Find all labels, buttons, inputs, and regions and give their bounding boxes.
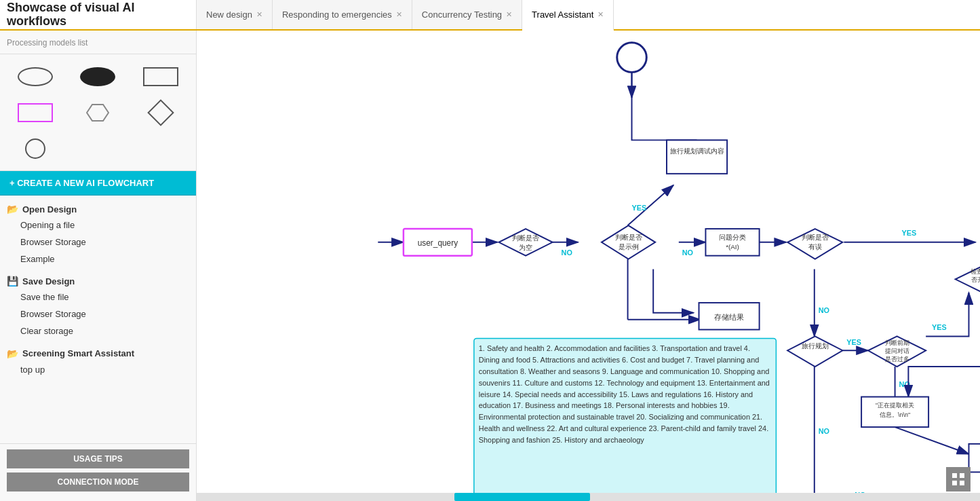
svg-text:旅行规划: 旅行规划 xyxy=(802,342,829,350)
menu-item-browser-storage[interactable]: Browser Storage xyxy=(7,234,189,251)
menu-section-screening: 📂 Screening Smart Assistant top up xyxy=(0,346,196,384)
svg-text:"正在提取相关: "正在提取相关 xyxy=(876,402,914,409)
grid-icon-button[interactable] xyxy=(946,467,971,491)
sidebar-header: Processing models list xyxy=(0,31,196,54)
svg-text:检查信息是: 检查信息是 xyxy=(971,268,980,275)
create-flowchart-button[interactable]: + CREATE A NEW AI FLOWCHART xyxy=(0,171,196,196)
svg-text:信息。\n\n": 信息。\n\n" xyxy=(880,411,910,418)
svg-text:NO: NO xyxy=(682,248,693,257)
usage-tips-label: USAGE TIPS xyxy=(73,454,123,464)
shape-rect[interactable] xyxy=(132,61,189,92)
svg-text:YES: YES xyxy=(632,204,647,212)
sidebar-bottom: USAGE TIPS CONNECTION MODE xyxy=(0,443,196,501)
tab-concurrency[interactable]: Concurrency Testing ✕ xyxy=(412,0,522,29)
menu-item-top-up[interactable]: top up xyxy=(7,362,189,379)
svg-rect-42 xyxy=(667,140,727,174)
svg-rect-73 xyxy=(952,473,957,478)
svg-text:判断是否: 判断是否 xyxy=(615,234,642,241)
svg-text:判断前期: 判断前期 xyxy=(885,339,909,346)
svg-text:YES: YES xyxy=(902,229,917,237)
svg-marker-0 xyxy=(87,105,109,121)
flow-svg: NO YES NO YES NO YES NO YES NO xyxy=(197,31,980,501)
svg-text:判断是否: 判断是否 xyxy=(802,234,829,241)
folder-screening-icon: 📂 xyxy=(7,348,18,359)
svg-text:为空: 为空 xyxy=(519,244,532,251)
menu-item-save-browser-storage[interactable]: Browser Storage xyxy=(7,306,189,323)
save-icon: 💾 xyxy=(7,276,18,286)
tab-travel-label: Travel Assistant xyxy=(532,10,593,20)
menu-section-open-design: 📂 Open Design Opening a file Browser Sto… xyxy=(0,201,196,273)
svg-point-33 xyxy=(617,43,647,73)
connection-mode-button[interactable]: CONNECTION MODE xyxy=(7,472,189,491)
shape-oval-filled[interactable] xyxy=(69,61,126,92)
svg-text:否齐全 *(A: 否齐全 *(A xyxy=(971,276,980,283)
shape-rect-pink[interactable] xyxy=(7,97,64,128)
app-title: Showcase of visual AI workflows xyxy=(0,0,197,29)
tab-bar: New design ✕ Responding to emergencies ✕… xyxy=(197,0,980,29)
svg-text:YES: YES xyxy=(846,338,861,346)
connection-mode-label: CONNECTION MODE xyxy=(58,477,139,487)
tab-concurrency-label: Concurrency Testing xyxy=(422,10,502,20)
shape-circle[interactable] xyxy=(7,133,64,164)
svg-text:判断是否: 判断是否 xyxy=(512,234,539,242)
menu-item-example[interactable]: Example xyxy=(7,251,189,268)
menu-item-clear-storage[interactable]: Clear storage xyxy=(7,323,189,340)
canvas-scrollbar[interactable] xyxy=(197,493,980,501)
menu-section-save-design: 💾 Save Design Save the file Browser Stor… xyxy=(0,273,196,345)
shape-diamond[interactable] xyxy=(132,97,189,128)
shape-palette xyxy=(0,54,196,171)
menu-section-open-design-header[interactable]: 📂 Open Design xyxy=(7,204,189,215)
sidebar: Processing models list + CREATE A NEW AI xyxy=(0,31,197,501)
svg-text:YES: YES xyxy=(932,323,947,331)
menu-section-save-design-header[interactable]: 💾 Save Design xyxy=(7,276,189,286)
svg-text:NO: NO xyxy=(819,427,829,435)
canvas-area[interactable]: NO YES NO YES NO YES NO YES NO xyxy=(197,31,980,501)
svg-text:有误: 有误 xyxy=(808,243,822,250)
menu-item-opening-file[interactable]: Opening a file xyxy=(7,217,189,234)
tab-concurrency-close[interactable]: ✕ xyxy=(506,10,512,19)
svg-rect-75 xyxy=(952,481,957,485)
sidebar-header-label: Processing models list xyxy=(7,38,87,48)
shape-hex[interactable] xyxy=(69,97,126,128)
usage-tips-button[interactable]: USAGE TIPS xyxy=(7,449,189,468)
svg-text:NO: NO xyxy=(562,248,572,257)
menu-section-open-design-label: Open Design xyxy=(22,204,77,215)
svg-rect-76 xyxy=(960,481,964,485)
shape-oval[interactable] xyxy=(7,61,64,92)
tab-new-design[interactable]: New design ✕ xyxy=(197,0,273,29)
sidebar-menu: 📂 Open Design Opening a file Browser Sto… xyxy=(0,196,196,443)
svg-text:*(AI): *(AI) xyxy=(726,243,739,250)
tab-responding[interactable]: Responding to emergencies ✕ xyxy=(273,0,412,29)
tab-travel-close[interactable]: ✕ xyxy=(597,10,604,19)
menu-section-screening-label: Screening Smart Assistant xyxy=(22,348,134,358)
menu-section-save-design-label: Save Design xyxy=(22,276,75,286)
svg-text:问题分类: 问题分类 xyxy=(719,234,746,241)
menu-section-screening-header[interactable]: 📂 Screening Smart Assistant xyxy=(7,348,189,359)
menu-item-save-file[interactable]: Save the file xyxy=(7,289,189,306)
folder-open-icon: 📂 xyxy=(7,204,18,215)
svg-text:是示例: 是示例 xyxy=(619,243,639,250)
svg-text:是否过多: 是否过多 xyxy=(885,356,909,363)
tab-new-design-close[interactable]: ✕ xyxy=(256,10,262,19)
svg-text:NO: NO xyxy=(819,306,829,314)
create-flowchart-label: + CREATE A NEW AI FLOWCHART xyxy=(9,178,154,188)
tab-responding-close[interactable]: ✕ xyxy=(396,10,402,19)
tab-travel[interactable]: Travel Assistant ✕ xyxy=(522,0,614,31)
app-title-text: Showcase of visual AI workflows xyxy=(7,1,189,29)
tab-responding-label: Responding to emergencies xyxy=(282,10,392,20)
header: Showcase of visual AI workflows New desi… xyxy=(0,0,980,31)
svg-text:user_query: user_query xyxy=(418,238,458,248)
svg-text:提问对话: 提问对话 xyxy=(885,348,909,354)
svg-rect-74 xyxy=(960,473,964,478)
canvas-scrollbar-thumb[interactable] xyxy=(454,493,590,501)
tab-new-design-label: New design xyxy=(206,10,252,20)
svg-text:旅行规划调试内容: 旅行规划调试内容 xyxy=(670,147,724,155)
svg-text:存储结果: 存储结果 xyxy=(714,313,744,321)
